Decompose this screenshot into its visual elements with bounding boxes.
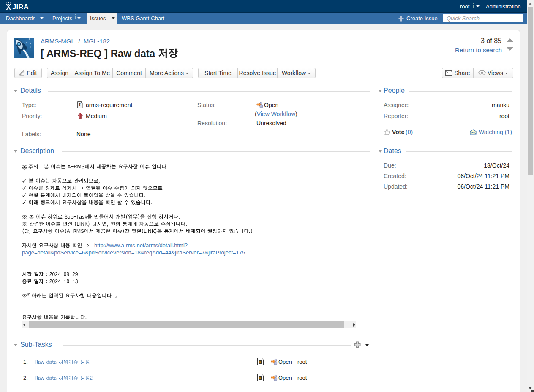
svg-text:I: I — [79, 103, 81, 107]
svg-text:JIRA: JIRA — [12, 3, 29, 11]
